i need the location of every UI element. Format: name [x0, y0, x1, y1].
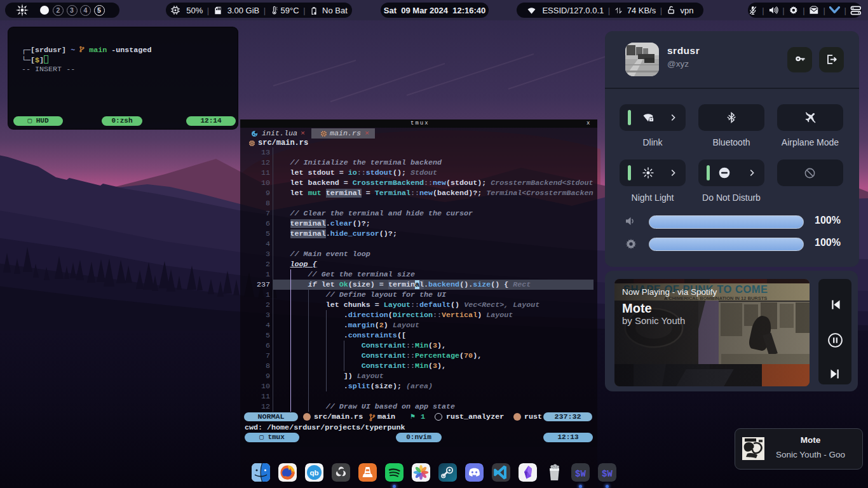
svg-text:$W: $W — [602, 469, 613, 479]
svg-text:qb: qb — [309, 469, 318, 477]
svg-text:$W: $W — [575, 469, 586, 479]
